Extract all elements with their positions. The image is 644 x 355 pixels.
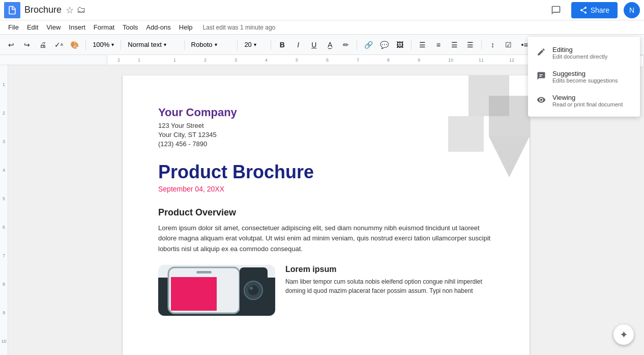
bottom-section: Lorem ipsum Nam liber tempor cum soluta … — [158, 265, 494, 316]
font-size-select[interactable]: 20 ▾ — [242, 38, 267, 52]
menu-edit[interactable]: Edit — [23, 22, 42, 32]
svg-point-10 — [250, 287, 253, 290]
separator-6 — [357, 40, 357, 50]
share-label: Share — [591, 6, 609, 14]
avatar: N — [624, 2, 640, 18]
menu-file[interactable]: File — [4, 22, 23, 32]
svg-rect-1 — [489, 96, 530, 136]
mode-dropdown: Editing Edit document directly Suggestin… — [528, 37, 640, 117]
doc-title: Brochure — [24, 5, 62, 15]
svg-marker-2 — [489, 136, 530, 177]
viewing-text: Viewing Read or print final document — [552, 94, 623, 107]
title-icons: ☆ 🗂 — [66, 5, 86, 16]
zoom-chevron: ▾ — [111, 42, 114, 47]
viewing-mode-item[interactable]: Viewing Read or print final document — [528, 89, 640, 113]
checklist-button[interactable]: ☑ — [502, 38, 515, 52]
separator-5 — [271, 40, 271, 50]
lorem-body: Nam liber tempor cum soluta nobis eleife… — [285, 277, 494, 295]
right-controls: Share N — [547, 1, 640, 19]
svg-rect-3 — [448, 116, 484, 152]
font-chevron: ▾ — [215, 42, 217, 47]
last-edit-text: Last edit was 1 minute ago — [203, 24, 276, 31]
line-spacing-button[interactable]: ↕ — [486, 38, 500, 52]
undo-button[interactable]: ↩ — [4, 38, 18, 52]
comment-button[interactable]: 💬 — [377, 38, 391, 52]
spellcheck-button[interactable]: ✓A — [52, 38, 66, 52]
zoom-select[interactable]: 100% ▾ — [90, 38, 116, 52]
editing-mode-item[interactable]: Editing Edit document directly — [528, 41, 640, 65]
menubar: File Edit View Insert Format Tools Add-o… — [0, 20, 644, 35]
font-family-select[interactable]: Roboto ▾ — [189, 38, 233, 52]
overview-body[interactable]: Lorem ipsum dolor sit amet, consectetuer… — [158, 223, 494, 255]
menu-tools[interactable]: Tools — [119, 22, 142, 32]
menu-view[interactable]: View — [42, 22, 65, 32]
editing-icon — [536, 47, 546, 57]
overview-heading: Product Overview — [158, 207, 494, 218]
star-icon[interactable]: ☆ — [66, 5, 74, 16]
separator-4 — [237, 40, 238, 50]
vertical-ruler: 1 2 3 4 5 6 7 8 9 10 11 — [0, 65, 8, 355]
phone-image — [158, 265, 275, 316]
folder-icon[interactable]: 🗂 — [77, 5, 86, 15]
float-add-button[interactable]: ✦ — [613, 324, 634, 345]
page: Your Company 123 Your Street Your City, … — [123, 75, 530, 355]
style-chevron: ▾ — [164, 42, 166, 47]
lorem-heading: Lorem ipsum — [285, 265, 494, 274]
suggesting-mode-item[interactable]: Suggesting Edits become suggestions — [528, 65, 640, 89]
share-button[interactable]: Share — [571, 2, 618, 18]
text-color-button[interactable]: A̲ — [323, 38, 337, 52]
doc-icon — [4, 2, 20, 18]
link-button[interactable]: 🔗 — [361, 38, 375, 52]
decorative-shapes — [418, 75, 530, 177]
svg-rect-6 — [171, 277, 217, 311]
phone-svg — [158, 265, 275, 316]
lorem-section: Lorem ipsum Nam liber tempor cum soluta … — [285, 265, 494, 316]
svg-point-9 — [248, 285, 258, 295]
separator-1 — [85, 40, 86, 50]
menu-insert[interactable]: Insert — [65, 22, 90, 32]
highlight-button[interactable]: ✏ — [339, 38, 353, 52]
italic-button[interactable]: I — [291, 38, 305, 52]
separator-2 — [121, 40, 121, 50]
redo-button[interactable]: ↪ — [20, 38, 34, 52]
menu-addons[interactable]: Add-ons — [142, 22, 174, 32]
align-left-button[interactable]: ☰ — [416, 38, 429, 52]
print-button[interactable]: 🖨 — [36, 38, 49, 52]
menu-format[interactable]: Format — [90, 22, 119, 32]
separator-8 — [481, 40, 482, 50]
separator-7 — [411, 40, 412, 50]
paragraph-style-select[interactable]: Normal text ▾ — [125, 38, 180, 52]
main-area: 1 2 3 4 5 6 7 8 9 10 11 Your Company 123… — [0, 65, 644, 355]
viewing-icon — [536, 95, 546, 105]
align-right-button[interactable]: ☰ — [448, 38, 461, 52]
suggesting-icon — [536, 71, 546, 81]
editing-text: Editing Edit document directly — [552, 46, 607, 60]
menu-help[interactable]: Help — [175, 22, 197, 32]
comments-button[interactable] — [547, 1, 565, 19]
paint-format-button[interactable]: 🎨 — [68, 38, 81, 52]
align-justify-button[interactable]: ☰ — [463, 38, 477, 52]
bold-button[interactable]: B — [275, 38, 289, 52]
align-center-button[interactable]: ≡ — [431, 38, 445, 52]
underline-button[interactable]: U — [307, 38, 321, 52]
suggesting-text: Suggesting Edits become suggestions — [552, 70, 618, 84]
separator-3 — [184, 40, 185, 50]
size-chevron: ▾ — [254, 42, 256, 47]
ruler-inner: 2 1 1 2 3 4 5 6 7 8 9 10 11 12 — [107, 55, 529, 65]
topbar: Brochure ☆ 🗂 Share N — [0, 0, 644, 20]
date-line: September 04, 20XX — [158, 185, 494, 193]
image-button[interactable]: 🖼 — [393, 38, 407, 52]
svg-rect-5 — [196, 271, 212, 274]
